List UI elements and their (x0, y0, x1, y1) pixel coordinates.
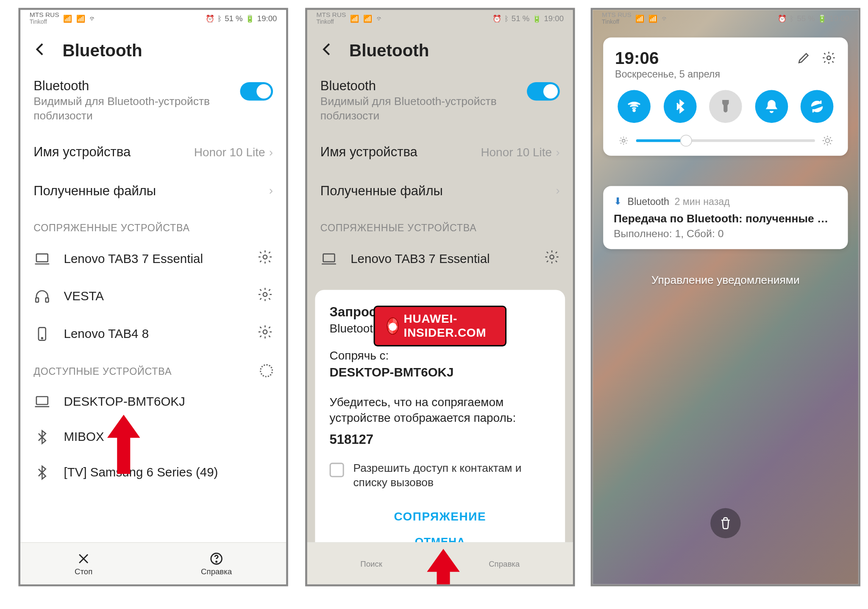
carrier-sub: Tinkoff (317, 18, 346, 25)
chevron-right-icon: › (269, 146, 273, 159)
search-label: Поиск (360, 559, 382, 568)
bluetooth-toggle[interactable] (527, 82, 560, 100)
pair-device-name: DESKTOP-BMT6OKJ (330, 365, 551, 380)
page-title: Bluetooth (349, 40, 429, 61)
chevron-right-icon: › (269, 184, 273, 198)
annotation-arrow (427, 549, 460, 586)
section-available-devices: ДОСТУПНЫЕ УСТРОЙСТВА (20, 352, 286, 384)
available-device-row[interactable]: [TV] Samsung 6 Series (49) (20, 455, 286, 490)
brightness-low-icon (618, 135, 629, 147)
device-name: MIBOX (64, 430, 273, 444)
chevron-right-icon: › (556, 146, 559, 159)
available-device-row[interactable]: DESKTOP-BMT6OKJ (20, 384, 286, 420)
svg-point-7 (263, 330, 267, 334)
svg-rect-2 (36, 298, 39, 302)
gear-icon[interactable] (257, 287, 273, 306)
battery-icon: 🔋 (532, 14, 542, 22)
bluetooth-toggle-sub: Видимый для Bluetooth-устройств поблизос… (33, 94, 231, 124)
laptop-icon (320, 250, 337, 267)
paired-device-row[interactable]: VESTA (20, 277, 286, 315)
autorotate-toggle[interactable] (801, 90, 834, 123)
phone-icon (33, 325, 50, 342)
section-paired-devices: СОПРЯЖЕННЫЕ УСТРОЙСТВА (307, 210, 573, 240)
device-name: Lenovo TAB4 8 (64, 327, 244, 341)
notifications-toggle[interactable] (755, 90, 788, 123)
battery-percent: 51 % (225, 14, 242, 23)
help-button[interactable]: Справка (489, 559, 520, 568)
edit-icon[interactable] (796, 51, 811, 68)
bluetooth-icon: ᛒ (217, 14, 222, 22)
alarm-icon: ⏰ (778, 14, 787, 22)
paired-device-row[interactable]: Lenovo TAB4 8 (20, 315, 286, 352)
bottom-bar: Стоп Справка (20, 542, 286, 584)
svg-point-1 (263, 255, 267, 259)
watermark-text: HUAWEI-INSIDER.COM (404, 312, 493, 340)
download-icon: ⬇ (614, 195, 622, 207)
received-files-label: Полученные файлы (320, 183, 443, 199)
svg-point-16 (826, 138, 829, 142)
svg-point-14 (633, 110, 635, 111)
back-button[interactable] (318, 40, 336, 61)
available-device-row[interactable]: MIBOX (20, 419, 286, 455)
wifi-icon: ᯤ (662, 14, 669, 22)
device-name-value: Honor 10 Lite (194, 146, 265, 159)
received-files-row[interactable]: Полученные файлы › (307, 172, 573, 210)
qs-date: Воскресенье, 5 апреля (615, 68, 720, 79)
svg-rect-11 (323, 254, 335, 261)
carrier-label: MTS RUS (602, 12, 632, 19)
help-label: Справка (489, 559, 520, 568)
device-name-label: Имя устройства (320, 145, 417, 160)
wifi-icon: ᯤ (376, 14, 384, 22)
notif-subtitle: Выполнено: 1, Сбой: 0 (614, 228, 837, 240)
bluetooth-icon (33, 429, 50, 446)
bluetooth-icon: ᛒ (504, 14, 509, 22)
flashlight-toggle[interactable] (709, 90, 742, 123)
laptop-icon (33, 393, 50, 410)
gear-icon[interactable] (257, 324, 273, 343)
status-time: 19:00 (257, 14, 277, 23)
back-button[interactable] (31, 40, 49, 61)
search-button[interactable]: Поиск (360, 559, 382, 568)
screenshot-notification-shade: MTS RUS Tinkoff 📶 📶 ᯤ ⏰ ᛒ 55 % 🔋 19:00 1… (591, 8, 860, 587)
pair-button[interactable]: СОПРЯЖЕНИЕ (330, 510, 551, 524)
received-files-row[interactable]: Полученные файлы › (20, 172, 286, 210)
device-name: DESKTOP-BMT6OKJ (64, 394, 273, 409)
device-name: [TV] Samsung 6 Series (49) (64, 465, 273, 480)
signal-icon: 📶 (363, 14, 373, 22)
battery-icon: 🔋 (245, 14, 255, 22)
signal-icon: 📶 (635, 14, 645, 22)
bluetooth-toggle[interactable] (240, 82, 273, 100)
device-name-row[interactable]: Имя устройства Honor 10 Lite› (20, 133, 286, 172)
notification-card[interactable]: ⬇ Bluetooth 2 мин назад Передача по Blue… (603, 186, 848, 249)
signal-icon: 📶 (76, 14, 86, 22)
alarm-icon: ⏰ (492, 14, 502, 22)
help-button[interactable]: Справка (201, 551, 232, 576)
gear-icon[interactable] (257, 249, 273, 268)
headphones-icon (33, 288, 50, 304)
clear-all-button[interactable] (710, 508, 740, 538)
paired-device-row[interactable]: Lenovo TAB3 7 Essential (307, 240, 573, 277)
help-label: Справка (201, 567, 232, 576)
brightness-slider[interactable] (615, 135, 836, 147)
svg-point-15 (622, 139, 625, 142)
paired-device-row[interactable]: Lenovo TAB3 7 Essential (20, 240, 286, 277)
title-bar: Bluetooth (307, 27, 573, 72)
allow-contacts-checkbox[interactable] (330, 462, 344, 477)
bluetooth-icon: ᛒ (790, 14, 794, 22)
status-bar: MTS RUS Tinkoff 📶 📶 ᯤ ⏰ ᛒ 51 % 🔋 19:00 (20, 10, 286, 27)
device-name-row[interactable]: Имя устройства Honor 10 Lite› (307, 133, 573, 172)
status-bar: MTS RUS Tinkoff 📶 📶 ᯤ ⏰ ᛒ 55 % 🔋 19:00 (593, 10, 858, 27)
manage-notifications-link[interactable]: Управление уведомлениями (593, 274, 858, 287)
brightness-thumb[interactable] (680, 135, 692, 147)
device-name: Lenovo TAB3 7 Essential (351, 252, 531, 266)
carrier-label: MTS RUS (317, 12, 346, 19)
bluetooth-toggle[interactable] (663, 90, 696, 123)
device-name: Lenovo TAB3 7 Essential (64, 252, 244, 266)
gear-icon[interactable] (544, 249, 560, 268)
stop-button[interactable]: Стоп (75, 551, 92, 576)
settings-gear-icon[interactable] (821, 51, 836, 68)
chevron-right-icon: › (556, 184, 559, 198)
signal-icon: 📶 (648, 14, 658, 22)
screenshot-pairing-dialog: MTS RUS Tinkoff 📶 📶 ᯤ ⏰ ᛒ 51 % 🔋 19:00 B… (305, 8, 575, 587)
wifi-toggle[interactable] (618, 90, 651, 123)
